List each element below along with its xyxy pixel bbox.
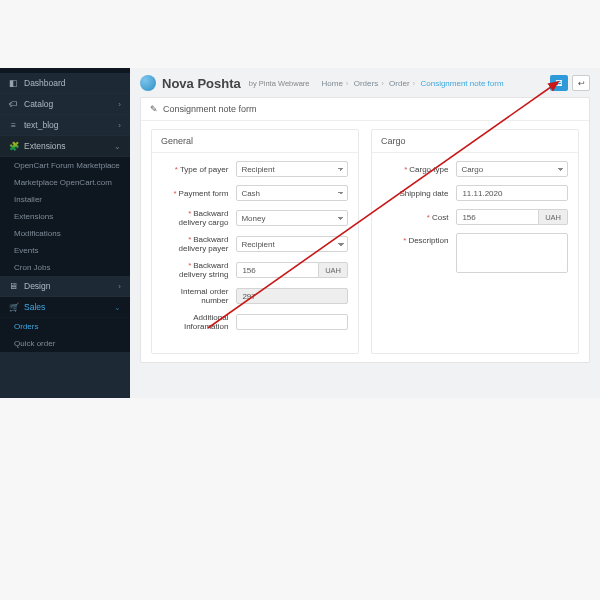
tag-icon: 🏷 <box>9 99 18 109</box>
dashboard-icon: ◧ <box>9 78 18 88</box>
cargo-type-select[interactable]: Cargo <box>456 161 568 177</box>
label-additional-info: Additional Inforamation <box>184 313 228 331</box>
sub-modifications[interactable]: Modifications <box>0 225 130 242</box>
backward-payer-select[interactable]: Recipient <box>236 236 348 252</box>
chevron-down-icon: ⌄ <box>114 303 121 312</box>
back-icon: ↩ <box>578 79 585 88</box>
general-card: General *Type of payer Recipient *Paymen… <box>151 129 359 354</box>
sales-submenu: Orders Quick order <box>0 318 130 352</box>
page-subtitle: by Pinta Webware <box>249 79 310 88</box>
chevron-right-icon: › <box>118 282 121 291</box>
list-icon: ≡ <box>9 120 18 130</box>
pencil-icon: ✎ <box>150 104 158 114</box>
sidebar-item-extensions[interactable]: 🧩Extensions ⌄ <box>0 136 130 157</box>
chevron-right-icon: › <box>118 121 121 130</box>
sidebar-label: Design <box>24 281 50 291</box>
sidebar-item-text-blog[interactable]: ≡text_blog › <box>0 115 130 136</box>
label-type-payer: Type of payer <box>180 165 228 174</box>
crumb-order[interactable]: Order <box>389 79 409 88</box>
backward-cargo-select[interactable]: Money <box>236 210 348 226</box>
breadcrumb: Home› Orders› Order› Consignment note fo… <box>321 79 503 88</box>
nova-poshta-logo <box>140 75 156 91</box>
general-heading: General <box>152 130 358 153</box>
sidebar-label: Dashboard <box>24 78 66 88</box>
additional-info-input[interactable] <box>236 314 348 330</box>
internal-order-input <box>236 288 348 304</box>
sub-cron-jobs[interactable]: Cron Jobs <box>0 259 130 276</box>
main-content: Nova Poshta by Pinta Webware Home› Order… <box>130 68 600 398</box>
panel-title: Consignment note form <box>163 104 257 114</box>
sub-marketplace-forum[interactable]: OpenCart Forum Marketplace <box>0 157 130 174</box>
chevron-right-icon: › <box>118 100 121 109</box>
sub-quick-order[interactable]: Quick order <box>0 335 130 352</box>
label-backward-payer: Backward delivery payer <box>179 235 229 253</box>
label-cargo-type: Cargo type <box>409 165 448 174</box>
sidebar-label: Extensions <box>24 141 66 151</box>
payment-form-select[interactable]: Cash <box>236 185 348 201</box>
sidebar-item-dashboard[interactable]: ◧Dashboard <box>0 73 130 94</box>
sub-orders[interactable]: Orders <box>0 318 130 335</box>
crumb-orders[interactable]: Orders <box>354 79 378 88</box>
cost-input[interactable] <box>456 209 539 225</box>
back-button[interactable]: ↩ <box>572 75 590 91</box>
label-payment-form: Payment form <box>179 189 229 198</box>
currency-unit: UAH <box>319 262 348 278</box>
sidebar-item-design[interactable]: 🖥Design › <box>0 276 130 297</box>
sidebar-item-sales[interactable]: 🛒Sales ⌄ <box>0 297 130 318</box>
sub-installer[interactable]: Installer <box>0 191 130 208</box>
sub-events[interactable]: Events <box>0 242 130 259</box>
label-internal-order: Internal order number <box>181 287 229 305</box>
crumb-current: Consignment note form <box>420 79 503 88</box>
puzzle-icon: 🧩 <box>9 141 18 151</box>
sidebar-item-catalog[interactable]: 🏷Catalog › <box>0 94 130 115</box>
cart-icon: 🛒 <box>9 302 18 312</box>
sidebar: ◧Dashboard 🏷Catalog › ≡text_blog › 🧩Exte… <box>0 68 130 398</box>
monitor-icon: 🖥 <box>9 281 18 291</box>
page-title: Nova Poshta <box>162 76 241 91</box>
type-of-payer-select[interactable]: Recipient <box>236 161 348 177</box>
extensions-submenu: OpenCart Forum Marketplace Marketplace O… <box>0 157 130 276</box>
chevron-down-icon: ⌄ <box>114 142 121 151</box>
description-textarea[interactable] <box>456 233 568 273</box>
label-backward-string: Backward delivery string <box>179 261 228 279</box>
sidebar-label: Catalog <box>24 99 53 109</box>
label-cost: Cost <box>432 213 448 222</box>
sub-extensions[interactable]: Extensions <box>0 208 130 225</box>
sub-marketplace-opencart[interactable]: Marketplace OpenCart.com <box>0 174 130 191</box>
label-description: Description <box>408 236 448 245</box>
cargo-card: Cargo *Cargo type Cargo Shipping date <box>371 129 579 354</box>
save-icon: 🖫 <box>555 79 563 88</box>
shipping-date-input[interactable] <box>456 185 568 201</box>
sidebar-label: text_blog <box>24 120 59 130</box>
label-backward-cargo: Backward delivery cargo <box>179 209 229 227</box>
form-panel: ✎Consignment note form General *Type of … <box>140 97 590 363</box>
currency-unit: UAH <box>539 209 568 225</box>
crumb-home[interactable]: Home <box>321 79 342 88</box>
cargo-heading: Cargo <box>372 130 578 153</box>
save-button[interactable]: 🖫 <box>550 75 568 91</box>
sidebar-label: Sales <box>24 302 45 312</box>
backward-string-input[interactable] <box>236 262 319 278</box>
label-shipping-date: Shipping date <box>399 189 448 198</box>
